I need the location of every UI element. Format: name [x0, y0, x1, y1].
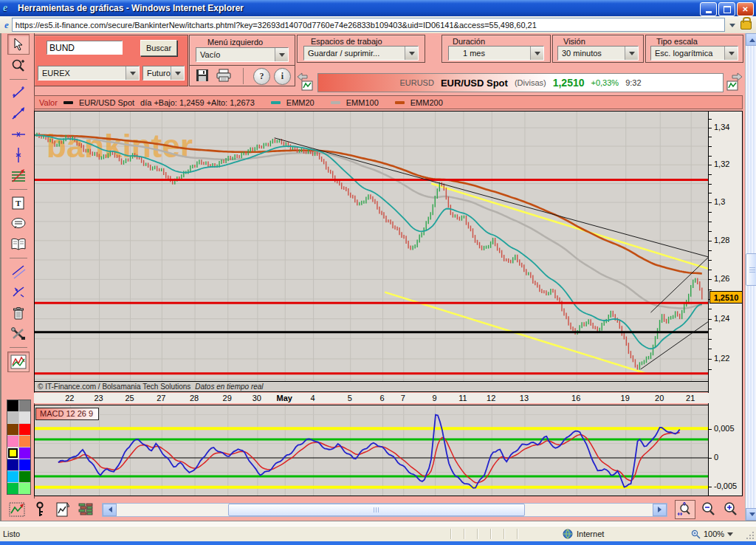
palette-color[interactable]	[19, 471, 30, 482]
settings-tool-button[interactable]	[8, 324, 29, 343]
zoom-in-button[interactable]	[721, 500, 740, 518]
axis-tick	[709, 458, 712, 459]
series-swatch	[63, 101, 73, 104]
fibonacci-tool-button[interactable]	[8, 166, 29, 185]
legend-emm100: EMM100	[346, 98, 379, 107]
info-button[interactable]: i	[274, 68, 291, 85]
chevron-down-icon[interactable]	[275, 48, 288, 61]
price-axis-label: 1,34	[714, 123, 729, 131]
report-icon[interactable]	[54, 501, 72, 518]
vision-select[interactable]: 30 minutos	[557, 46, 639, 61]
duration-select[interactable]: 1 mes	[448, 46, 544, 61]
instrument-type-select[interactable]: Futuro	[142, 66, 185, 80]
zoom-level-control[interactable]: 100%	[691, 529, 733, 539]
cursor-tool-button[interactable]	[7, 34, 30, 55]
chevron-down-icon[interactable]	[171, 66, 184, 80]
chevron-down-icon[interactable]	[625, 47, 638, 60]
market-select[interactable]: EUREX	[38, 66, 140, 80]
scroll-down-button[interactable]	[746, 508, 756, 521]
palette-color[interactable]	[7, 412, 18, 423]
comment-tool-button[interactable]	[8, 214, 29, 233]
channel-tool-button[interactable]	[8, 262, 29, 281]
minimize-button[interactable]	[700, 2, 717, 16]
palette-color[interactable]	[7, 400, 18, 411]
text-tool-button[interactable]: T	[8, 193, 29, 213]
print-button[interactable]	[216, 69, 231, 85]
scale-type-select[interactable]: Esc. logarítmica	[650, 46, 738, 61]
chart-mode-icon[interactable]	[8, 501, 26, 518]
macd-panel[interactable]	[34, 405, 709, 496]
search-button[interactable]: Buscar	[140, 40, 177, 56]
color-palette[interactable]	[7, 400, 31, 495]
palette-color[interactable]	[19, 412, 30, 423]
date-axis-label: 7	[394, 394, 413, 402]
palette-color[interactable]	[7, 424, 18, 435]
pan-zoom-button[interactable]	[675, 500, 695, 519]
axis-tick	[709, 279, 712, 280]
copyright-bar: © IT-Finance.com / Bolsamania Tech Solut…	[34, 382, 709, 392]
price-chart[interactable]: bankinter	[34, 111, 709, 382]
workspaces-label: Espacios de trabajo	[311, 37, 382, 46]
scroll-up-button[interactable]	[746, 33, 756, 46]
url-dropdown-button[interactable]	[725, 18, 739, 32]
horizontal-line-tool-button[interactable]	[8, 125, 29, 144]
page-vertical-scrollbar[interactable]	[745, 33, 756, 521]
status-bar: Listo Internet 100%	[0, 526, 756, 542]
crossing-lines-tool-button[interactable]	[8, 283, 29, 302]
segment-tool-button[interactable]	[8, 83, 29, 103]
workspaces-select[interactable]: Guardar / suprimir...	[303, 46, 419, 61]
palette-color[interactable]	[7, 459, 18, 470]
previous-instrument-button[interactable]	[297, 72, 315, 91]
scroll-right-button[interactable]	[653, 504, 667, 516]
restore-button[interactable]	[718, 2, 735, 16]
palette-color[interactable]	[19, 400, 30, 411]
palette-color[interactable]	[19, 424, 30, 435]
realtime-note: Datos en tiempo real	[195, 383, 263, 391]
url-field[interactable]: https://es5.it-finance.com/secure/Bankin…	[12, 18, 725, 32]
palette-color[interactable]	[7, 471, 18, 482]
axis-tick	[709, 309, 712, 309]
vertical-line-tool-button[interactable]	[8, 145, 29, 165]
workspaces-group: Espacios de trabajo Guardar / suprimir..…	[297, 35, 425, 63]
resize-grip[interactable]	[746, 531, 755, 540]
zoom-out-button[interactable]	[698, 500, 718, 518]
save-button[interactable]	[196, 69, 209, 85]
close-button[interactable]: ✕	[737, 2, 754, 16]
scroll-left-button[interactable]	[103, 504, 117, 516]
search-input[interactable]	[47, 41, 123, 55]
palette-color[interactable]	[7, 436, 18, 447]
zoom-tool-button[interactable]	[8, 56, 29, 75]
legend-emm20: EMM20	[286, 98, 315, 107]
scrollbar-thumb[interactable]	[228, 504, 525, 516]
vision-group: Visión 30 minutos	[552, 35, 644, 63]
legend-title: Valor	[39, 98, 58, 107]
chevron-down-icon[interactable]	[126, 66, 139, 80]
trendline-tool-button[interactable]	[8, 104, 29, 123]
date-axis-label: 13	[515, 394, 534, 402]
chart-style-button[interactable]	[7, 352, 30, 372]
blocks-icon[interactable]	[77, 501, 94, 518]
chevron-down-icon[interactable]	[724, 47, 738, 60]
date-axis-label: 22	[60, 394, 79, 402]
palette-color[interactable]	[19, 448, 30, 459]
palette-color[interactable]	[19, 483, 30, 494]
help-button[interactable]: ?	[253, 68, 270, 85]
instrument-banner[interactable]: EURUSD EUR/USD Spot (Divisas) 1,2510 +0,…	[317, 73, 724, 92]
notebook-tool-button[interactable]	[8, 235, 29, 254]
vision-value: 30 minutos	[562, 49, 602, 58]
chevron-down-icon[interactable]	[530, 47, 543, 60]
chevron-down-icon[interactable]	[405, 47, 418, 60]
palette-color[interactable]	[7, 448, 18, 459]
date-axis-label: May	[275, 394, 294, 402]
next-instrument-button[interactable]	[725, 72, 743, 91]
chart-horizontal-scrollbar[interactable]	[102, 503, 667, 517]
left-menu-select[interactable]: Vacío	[196, 47, 289, 62]
instrument-code: EURUSD	[399, 78, 433, 87]
instrument-category: (Divisas)	[515, 78, 546, 87]
palette-color[interactable]	[7, 483, 18, 494]
scrollbar-thumb[interactable]	[746, 253, 756, 286]
palette-color[interactable]	[19, 459, 30, 470]
palette-color[interactable]	[19, 436, 30, 447]
key-icon[interactable]	[31, 501, 49, 518]
delete-tool-button[interactable]	[8, 304, 29, 323]
